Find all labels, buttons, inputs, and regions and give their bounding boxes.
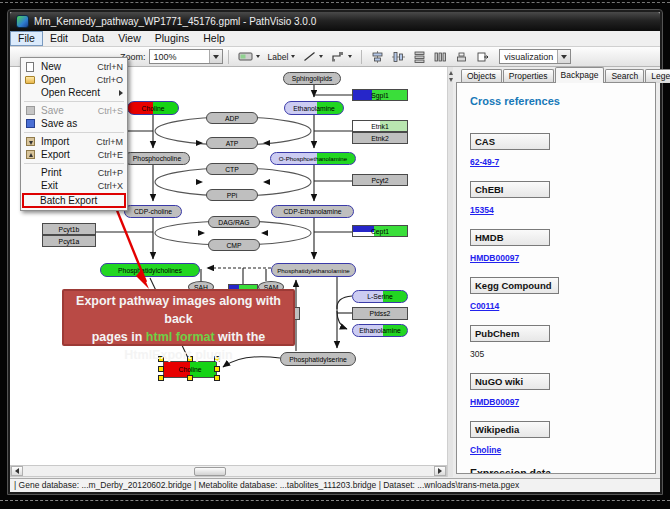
visualization-combobox[interactable]: visualization bbox=[499, 49, 571, 64]
tab-objects[interactable]: Objects bbox=[461, 69, 502, 83]
node-ethanolamine-bottom[interactable]: Ethanolamine bbox=[352, 324, 408, 337]
node-dag[interactable]: DAG/RAG bbox=[208, 216, 260, 228]
window-title: Mm_Kennedy_pathway_WP1771_45176.gpml - P… bbox=[34, 16, 316, 27]
file-menu-popup: New Ctrl+N Open Ctrl+O Open Recent Save … bbox=[20, 57, 128, 211]
backpage-section-kegg: Kegg Compound C00114 bbox=[470, 275, 655, 311]
node-o-phosphoethanolamine[interactable]: O-Phosphoethanolamine bbox=[270, 152, 356, 165]
node-cdp-choline[interactable]: CDP-choline bbox=[124, 205, 182, 218]
cross-references-title: Cross references bbox=[470, 95, 655, 107]
node-sphingolipids[interactable]: Sphingolipids bbox=[283, 72, 341, 85]
label-button[interactable]: Label bbox=[264, 50, 300, 64]
node-pcyt1a[interactable]: Pcyt1a bbox=[42, 235, 96, 247]
selection-handle[interactable] bbox=[214, 375, 220, 381]
node-cept1[interactable]: Cept1 bbox=[352, 225, 408, 237]
menu-help[interactable]: Help bbox=[196, 31, 232, 46]
selection-handle[interactable] bbox=[158, 366, 164, 372]
backpage-panel[interactable]: Cross references CAS 62-49-7 ChEBI 15354… bbox=[456, 82, 656, 474]
app-icon bbox=[16, 15, 29, 28]
align-center-vertical-icon bbox=[392, 51, 405, 63]
node-pcyt2[interactable]: Pcyt2 bbox=[352, 174, 408, 186]
callout-line3: HtmlExport plugin bbox=[64, 346, 293, 364]
file-menu-import[interactable]: Import Ctrl+M bbox=[21, 135, 127, 148]
nugo-link[interactable]: HMDB00097 bbox=[470, 397, 655, 407]
line-tool-button[interactable] bbox=[299, 49, 327, 64]
scrollbar-thumb[interactable] bbox=[194, 467, 226, 476]
node-phosphatidylcholines[interactable]: Phosphatidylcholines bbox=[100, 263, 200, 277]
node-atp[interactable]: ATP bbox=[206, 137, 258, 149]
title-bar[interactable]: Mm_Kennedy_pathway_WP1771_45176.gpml - P… bbox=[10, 12, 660, 31]
file-menu-export[interactable]: Export Ctrl+E bbox=[21, 148, 127, 161]
hmdb-link[interactable]: HMDB00097 bbox=[470, 253, 655, 263]
file-menu-print[interactable]: Print Ctrl+P bbox=[21, 166, 127, 179]
node-ptdss2[interactable]: Ptdss2 bbox=[352, 307, 408, 320]
align-center-vertical-button[interactable] bbox=[388, 49, 409, 65]
new-document-icon bbox=[26, 62, 34, 72]
datanode-button[interactable] bbox=[234, 49, 264, 64]
node-pcyt1b[interactable]: Pcyt1b bbox=[42, 223, 96, 235]
tab-properties[interactable]: Properties bbox=[503, 69, 554, 83]
distribute-horizontal-button[interactable] bbox=[430, 49, 451, 65]
expression-data-heading: Expression data bbox=[470, 467, 655, 474]
kegg-link[interactable]: C00114 bbox=[470, 301, 655, 311]
distribute-vertical-button[interactable] bbox=[409, 49, 430, 65]
node-phosphocholine[interactable]: Phosphocholine bbox=[124, 152, 190, 165]
zoom-dropdown-arrow[interactable] bbox=[209, 50, 222, 63]
file-menu-open[interactable]: Open Ctrl+O bbox=[21, 73, 127, 86]
submenu-arrow-icon bbox=[119, 90, 123, 96]
zoom-combobox[interactable]: 100% bbox=[149, 49, 223, 64]
menu-separator bbox=[24, 163, 124, 164]
backpage-section-pubchem: PubChem 305 bbox=[470, 323, 655, 359]
scroll-right-button[interactable] bbox=[434, 466, 446, 476]
visualization-dropdown-arrow[interactable] bbox=[557, 50, 570, 63]
file-menu-save[interactable]: Save Ctrl+S bbox=[21, 104, 127, 117]
tab-backpage[interactable]: Backpage bbox=[555, 67, 605, 83]
selection-handle[interactable] bbox=[158, 375, 164, 381]
distribute-horizontal-icon bbox=[434, 51, 447, 63]
selection-handle[interactable] bbox=[187, 375, 193, 381]
section-header: HMDB bbox=[470, 229, 550, 246]
node-ppi[interactable]: PPi bbox=[206, 189, 258, 201]
node-choline-top[interactable]: Choline bbox=[127, 101, 179, 115]
menu-plugins[interactable]: Plugins bbox=[148, 31, 196, 46]
align-center-horizontal-button[interactable] bbox=[367, 49, 388, 65]
backpage-section-hmdb: HMDB HMDB00097 bbox=[470, 227, 655, 263]
selection-handle[interactable] bbox=[214, 366, 220, 372]
horizontal-scrollbar[interactable] bbox=[10, 465, 447, 477]
file-menu-new[interactable]: New Ctrl+N bbox=[21, 60, 127, 73]
node-ctp[interactable]: CTP bbox=[206, 163, 258, 175]
wikipedia-link[interactable]: Choline bbox=[470, 445, 655, 455]
menu-view[interactable]: View bbox=[111, 31, 148, 46]
node-sgpl1[interactable]: Sgpl1 bbox=[352, 89, 408, 101]
cas-link[interactable]: 62-49-7 bbox=[470, 157, 655, 167]
export-view-button[interactable] bbox=[472, 49, 493, 65]
menu-edit[interactable]: Edit bbox=[43, 31, 75, 46]
node-etnk2[interactable]: Etnk2 bbox=[352, 132, 408, 144]
file-menu-exit[interactable]: Exit Ctrl+X bbox=[21, 179, 127, 192]
node-cdp-ethanolamine[interactable]: CDP-Ethanolamine bbox=[271, 205, 354, 218]
connector-tool-button[interactable] bbox=[327, 49, 356, 64]
menu-bar: File Edit Data View Plugins Help bbox=[10, 31, 660, 47]
section-header: NuGO wiki bbox=[470, 373, 550, 390]
stack-button[interactable] bbox=[451, 49, 472, 65]
export-icon bbox=[26, 150, 35, 159]
node-l-serine[interactable]: L-Serine bbox=[352, 290, 408, 303]
file-menu-open-recent[interactable]: Open Recent bbox=[21, 86, 127, 99]
menu-file[interactable]: File bbox=[10, 31, 43, 46]
node-adp[interactable]: ADP bbox=[206, 112, 258, 124]
tab-search[interactable]: Search bbox=[605, 69, 644, 83]
file-menu-save-as[interactable]: Save as bbox=[21, 117, 127, 130]
menu-data[interactable]: Data bbox=[75, 31, 111, 46]
tab-legend[interactable]: Legend bbox=[645, 69, 670, 83]
node-etnk1[interactable]: Etnk1 bbox=[352, 120, 408, 132]
sidebar-tabs: Objects Properties Backpage Search Legen… bbox=[461, 67, 670, 83]
node-cmp[interactable]: CMP bbox=[208, 239, 260, 251]
node-phosphatidylethanolamine[interactable]: Phosphatidylethanolamine bbox=[271, 263, 356, 277]
backpage-section-cas: CAS 62-49-7 bbox=[470, 131, 655, 167]
chebi-link[interactable]: 15354 bbox=[470, 205, 655, 215]
menu-separator bbox=[24, 132, 124, 133]
node-ethanolamine-top[interactable]: Ethanolamine bbox=[284, 101, 344, 115]
scroll-left-button[interactable] bbox=[11, 466, 23, 476]
connector-icon bbox=[331, 51, 345, 62]
import-icon bbox=[26, 137, 35, 146]
file-menu-batch-export[interactable]: Batch Export bbox=[22, 193, 126, 208]
